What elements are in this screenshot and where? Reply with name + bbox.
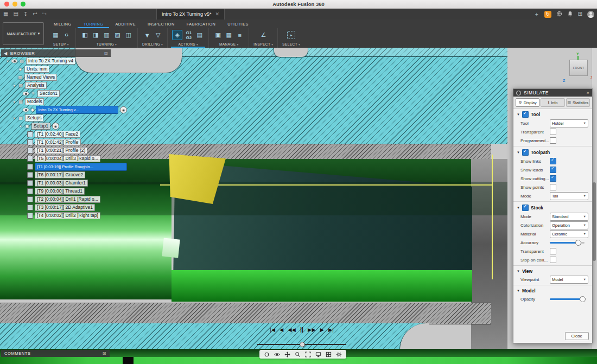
notifications-icon[interactable] bbox=[567, 11, 573, 18]
tree-row-units[interactable]: ◈ Units: mm bbox=[1, 65, 127, 73]
browser-operation-item[interactable]: [T6 [0:00:17]] Groove2 bbox=[1, 171, 127, 179]
show-points-checkbox[interactable] bbox=[550, 184, 556, 190]
tree-label[interactable]: Setups bbox=[25, 114, 43, 122]
group-label-actions[interactable]: ACTIONS bbox=[178, 42, 198, 46]
disclosure-icon[interactable]: ▾ bbox=[12, 100, 16, 104]
show-cutting-checkbox[interactable] bbox=[550, 175, 556, 182]
visibility-eye-icon[interactable] bbox=[23, 108, 29, 112]
visibility-eye-icon[interactable] bbox=[11, 59, 17, 63]
minimize-window-button[interactable] bbox=[12, 2, 17, 7]
nc-program-icon[interactable]: G bbox=[62, 30, 71, 40]
post-process-icon[interactable]: G1G2 bbox=[184, 30, 193, 40]
tree-label-selected[interactable]: Intro To 2X Turning v... bbox=[36, 106, 118, 114]
close-tab-icon[interactable]: ✕ bbox=[215, 11, 219, 17]
show-leads-checkbox[interactable] bbox=[550, 167, 556, 173]
group-label-setup[interactable]: SETUP bbox=[53, 42, 69, 46]
pan-icon[interactable] bbox=[284, 352, 290, 357]
pause-button[interactable]: || bbox=[300, 327, 303, 333]
browser-operation-item[interactable]: [T1 [0:00:21]] Profile (2) bbox=[1, 146, 127, 155]
group-label-drilling[interactable]: DRILLING bbox=[142, 42, 163, 46]
redo-icon[interactable]: ↪ bbox=[42, 11, 47, 17]
section-view[interactable]: ▼ View bbox=[513, 267, 592, 275]
expand-dialog-icon[interactable]: » bbox=[587, 90, 589, 95]
rewind-button[interactable]: ◀◀ bbox=[288, 327, 296, 333]
comments-bar[interactable]: COMMENTS ⊡ bbox=[1, 350, 110, 357]
browser-header[interactable]: ◀ BROWSER ⊡ bbox=[1, 49, 111, 57]
view-cube-face[interactable]: FRONT bbox=[569, 60, 588, 76]
expand-comments-icon[interactable]: ⊡ bbox=[103, 351, 106, 356]
workspace-selector[interactable]: MANUFACTURE ▾ bbox=[3, 22, 44, 45]
simulation-timeline-slider[interactable] bbox=[257, 342, 346, 347]
material-select[interactable]: Ceramic▼ bbox=[550, 230, 588, 238]
accuracy-slider[interactable] bbox=[550, 242, 585, 244]
tree-label[interactable]: Models bbox=[25, 98, 44, 105]
operation-label[interactable]: [T1 [0:02:40]] Face2 bbox=[35, 131, 80, 138]
browser-operation-item[interactable]: [T4 [0:00:02]] Drill2 [Right tap] bbox=[1, 212, 127, 220]
operation-label[interactable]: [T5 [0:00:04]] Drill3 [Rapid o... bbox=[35, 155, 100, 162]
browser-operation-item[interactable]: [T2 [0:00:04]] Drill1 [Rapid o... bbox=[1, 195, 127, 203]
turning-profile-icon[interactable]: ◨ bbox=[91, 30, 100, 40]
toolpath-section-checkbox[interactable] bbox=[522, 149, 529, 156]
tree-row-section1[interactable]: ≡ Section1 bbox=[1, 90, 127, 98]
simulate-dialog-header[interactable]: SIMULATE » bbox=[513, 89, 592, 97]
vertical-scrollbar-thumb[interactable] bbox=[593, 182, 596, 261]
zoom-icon[interactable] bbox=[295, 352, 301, 357]
disclosure-icon[interactable]: ▾ bbox=[18, 124, 23, 129]
apps-icon[interactable]: ⊞ bbox=[578, 11, 582, 17]
tool-transparent-checkbox[interactable] bbox=[550, 129, 556, 135]
turning-part-off-icon[interactable]: ◫ bbox=[124, 30, 133, 40]
show-links-checkbox[interactable] bbox=[550, 158, 556, 164]
section-toolpath[interactable]: ▼ Toolpath bbox=[513, 148, 592, 157]
viewports-icon[interactable] bbox=[326, 352, 332, 357]
active-edit-badge[interactable]: ◉ bbox=[52, 123, 59, 130]
tree-label[interactable]: Analysis bbox=[25, 82, 47, 89]
collapse-browser-icon[interactable]: ◀ bbox=[4, 51, 8, 56]
tool-select[interactable]: Holder▼ bbox=[550, 119, 588, 127]
toolpath-mode-select[interactable]: Tail▼ bbox=[550, 192, 588, 200]
browser-operation-item[interactable]: [T5 [0:00:04]] Drill3 [Rapid o... bbox=[1, 155, 127, 163]
browser-operation-item[interactable]: [T1 [0:01:42]] Profile bbox=[1, 138, 127, 146]
operation-label[interactable]: [T1 [0:03:19]] Profile Roughin... bbox=[35, 163, 127, 171]
step-forward-button[interactable]: ▶ bbox=[320, 327, 324, 333]
tool-section-checkbox[interactable] bbox=[522, 111, 529, 118]
section-stock[interactable]: ▼ Stock bbox=[513, 203, 592, 212]
operation-label[interactable]: [T4 [0:00:02]] Drill2 [Right tap] bbox=[35, 212, 100, 219]
operation-label[interactable]: [T1 [0:01:42]] Profile bbox=[35, 139, 81, 146]
tree-label[interactable]: Intro To 2X Turning v4 bbox=[26, 58, 75, 65]
display-settings-icon[interactable] bbox=[315, 352, 321, 357]
browser-operation-item[interactable]: [T1 [0:03:19]] Profile Roughin... bbox=[1, 163, 127, 171]
operation-label[interactable]: [T3 [0:00:17]] 2D Adaptive1 bbox=[35, 204, 95, 211]
tree-row-analysis[interactable]: ▾ ▦ Analysis bbox=[1, 81, 127, 90]
section-tool[interactable]: ▼ Tool bbox=[513, 110, 592, 119]
tab-statistics[interactable]: ▥ Statistics bbox=[566, 98, 590, 107]
group-label-manage[interactable]: MANAGE bbox=[219, 42, 239, 46]
close-window-button[interactable] bbox=[4, 2, 9, 7]
viewport-canvas[interactable]: Y FRONT X Z ◀ BROWSER ⊡ ▾ ▤ Intro To 2X … bbox=[0, 48, 597, 364]
settings-gear-icon[interactable] bbox=[336, 352, 342, 357]
tab-info[interactable]: ℹ Info bbox=[541, 98, 564, 107]
tree-row-models[interactable]: ▾ ▦ Models bbox=[1, 98, 127, 106]
fast-forward-button[interactable]: ▶▶ bbox=[308, 327, 316, 333]
document-tab[interactable]: Intro To 2X Turning v5* ✕ bbox=[156, 9, 225, 20]
save-icon[interactable]: ↧ bbox=[23, 11, 28, 17]
measure-icon[interactable]: ∠ bbox=[259, 30, 268, 40]
active-edit-badge[interactable]: ◉ bbox=[120, 106, 127, 113]
close-button[interactable]: Close bbox=[565, 332, 589, 340]
tree-row-setup1[interactable]: ▾ ▣ Setup1 ◉ bbox=[1, 122, 127, 130]
select-icon[interactable]: ▸ bbox=[287, 31, 295, 39]
turning-face-icon[interactable]: ◧ bbox=[80, 30, 90, 40]
extensions-icon[interactable] bbox=[556, 11, 562, 18]
group-label-turning[interactable]: TURNING bbox=[97, 42, 117, 46]
zoom-window-button[interactable] bbox=[21, 2, 26, 7]
tree-label[interactable]: Named Views bbox=[24, 74, 57, 81]
programmed-checkbox[interactable] bbox=[550, 137, 556, 144]
tree-label[interactable]: Section1 bbox=[37, 90, 60, 97]
tab-fabrication[interactable]: FABRICATION bbox=[181, 20, 222, 28]
disclosure-icon[interactable]: ▾ bbox=[5, 59, 10, 63]
tree-row-root[interactable]: ▾ ▤ Intro To 2X Turning v4 bbox=[1, 57, 127, 65]
operation-label[interactable]: [T1 [0:00:21]] Profile (2) bbox=[35, 147, 87, 154]
orbit-icon[interactable] bbox=[264, 352, 270, 357]
turning-thread-icon[interactable]: ▨ bbox=[113, 30, 122, 40]
user-avatar[interactable] bbox=[587, 11, 594, 18]
group-label-inspect[interactable]: INSPECT bbox=[253, 42, 273, 46]
